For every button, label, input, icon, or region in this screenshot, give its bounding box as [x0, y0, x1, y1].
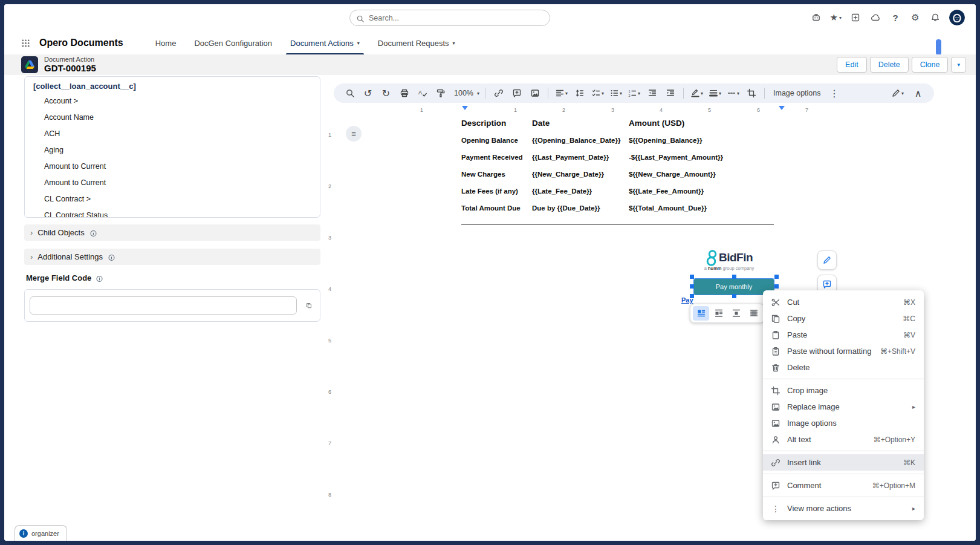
field-item-amount-to-current[interactable]: Amount to Current [33, 158, 320, 175]
paste-without-formatting-icon [770, 347, 781, 356]
left-margin-marker[interactable] [462, 106, 468, 110]
edit-image-button[interactable] [817, 250, 837, 270]
menu-item-label: Image options [787, 419, 915, 428]
tab-home[interactable]: Home [146, 31, 186, 54]
align-button[interactable]: ▾ [553, 85, 570, 101]
menu-item-view-more-actions[interactable]: ⋮View more actions▸ [763, 500, 924, 517]
bulleted-list-button[interactable]: ▾ [607, 85, 625, 101]
merge-field-code-input[interactable] [30, 296, 297, 315]
child-objects-section[interactable]: › Child Objects [24, 224, 320, 241]
notifications-bell-icon[interactable] [929, 11, 941, 24]
increase-indent-button[interactable] [661, 85, 679, 101]
record-actions: EditDeleteClone▾ [837, 57, 966, 73]
image-context-menu: Cut⌘XCopy⌘CPaste⌘VPaste without formatti… [763, 290, 924, 520]
field-item-aging[interactable]: Aging [33, 142, 320, 158]
undo-button[interactable]: ↺ [359, 85, 377, 101]
menu-item-image-options[interactable]: Image options [763, 415, 924, 431]
selection-handle[interactable] [732, 294, 736, 298]
menu-item-delete[interactable]: Delete [763, 359, 924, 376]
app-launcher-waffle-icon[interactable] [21, 39, 30, 48]
editing-mode-button[interactable]: ▾ [889, 85, 906, 101]
menu-item-paste-without-formatting[interactable]: Paste without formatting⌘+Shift+V [763, 343, 924, 359]
border-dash-button[interactable]: ▾ [724, 85, 742, 101]
table-cell: {{Opening_Balance_Date}} [532, 132, 629, 149]
numbered-list-button[interactable]: 12▾ [625, 85, 643, 101]
zoom-select-label: 100% [451, 89, 476, 97]
edit-button[interactable]: Edit [837, 57, 867, 73]
paint-format-button[interactable] [432, 85, 449, 101]
delete-button[interactable]: Delete [870, 57, 909, 73]
add-comment-button[interactable] [508, 85, 525, 101]
insert-link-button[interactable] [490, 85, 507, 101]
menu-item-replace-image[interactable]: Replace image▸ [763, 399, 924, 415]
field-item-account[interactable]: Account > [33, 93, 320, 109]
crop-image-button[interactable] [742, 85, 760, 101]
menu-item-insert-link[interactable]: Insert link⌘K [763, 454, 924, 471]
menu-item-crop-image[interactable]: Crop image [763, 382, 924, 399]
menu-item-alt-text[interactable]: Alt text⌘+Option+Y [763, 431, 924, 448]
field-item-account-name[interactable]: Account Name [33, 109, 320, 126]
page-scrollbar-thumb[interactable] [936, 39, 941, 55]
collapse-toolbar-button[interactable]: ∧ [909, 85, 927, 101]
zoom-select-button[interactable]: 100%▾ [450, 85, 481, 101]
merge-fields-panel: [collect__loan_account__c] Account >Acco… [4, 75, 327, 541]
document-outline-button[interactable]: ≡ [346, 126, 362, 142]
checklist-button[interactable]: ▾ [589, 85, 606, 101]
behind-text-button[interactable] [745, 306, 762, 321]
global-search-input[interactable]: Search... [349, 10, 550, 26]
announcements-cloud-icon[interactable] [869, 11, 881, 24]
menu-item-comment[interactable]: Comment⌘+Option+M [763, 477, 924, 494]
align-icon [555, 88, 565, 98]
additional-settings-section[interactable]: › Additional Settings [24, 249, 320, 265]
wrap-text-icon [714, 308, 724, 318]
menu-item-copy[interactable]: Copy⌘C [763, 310, 924, 327]
wrap-text-button[interactable] [710, 306, 727, 321]
pay-monthly-button-image[interactable]: Pay monthly [694, 279, 774, 295]
spellcheck-button[interactable]: A [414, 85, 431, 101]
insert-image-button[interactable] [526, 85, 544, 101]
in-line-button[interactable] [693, 306, 709, 321]
field-item-amount-to-current[interactable]: Amount to Current [33, 175, 320, 191]
chevron-down-icon: ▾ [901, 91, 904, 96]
tab-label: Document Requests [378, 39, 449, 48]
help-icon[interactable]: ? [889, 11, 901, 24]
print-button[interactable] [395, 85, 413, 101]
image-options-button[interactable]: Image options [769, 85, 825, 101]
assistant-icon[interactable] [810, 11, 822, 24]
decrease-indent-button[interactable] [643, 85, 661, 101]
copy-merge-field-button[interactable] [302, 299, 316, 312]
favorites-button[interactable]: ★ ▾ [830, 11, 842, 24]
menu-item-paste[interactable]: Paste⌘V [763, 327, 924, 343]
field-item-cl-contract[interactable]: CL Contract > [33, 191, 320, 207]
tab-docgen-configuration[interactable]: DocGen Configuration [185, 31, 281, 54]
line-spacing-button[interactable] [571, 85, 588, 101]
user-avatar[interactable] [949, 10, 965, 25]
menu-item-shortcut: ⌘+Option+M [872, 481, 915, 490]
selection-handle[interactable] [690, 275, 694, 279]
svg-text:2: 2 [628, 94, 630, 97]
tab-document-requests[interactable]: Document Requests▾ [369, 31, 464, 54]
selection-handle[interactable] [690, 284, 694, 289]
right-margin-marker[interactable] [779, 106, 785, 110]
decrease-indent-icon [647, 88, 657, 98]
more-options-button[interactable]: ⋮ [826, 85, 843, 101]
tab-document-actions[interactable]: Document Actions▾ [281, 31, 369, 54]
border-weight-button[interactable]: ▾ [706, 85, 724, 101]
organizer-badge[interactable]: i organizer [15, 525, 67, 541]
field-item-cl-contract-status[interactable]: CL Contract Status [33, 207, 320, 218]
clone-button[interactable]: Clone [912, 57, 949, 73]
selection-handle[interactable] [774, 284, 779, 289]
redo-button[interactable]: ↻ [377, 85, 395, 101]
setup-gear-icon[interactable]: ⚙ [909, 11, 921, 24]
search-button[interactable] [341, 85, 359, 101]
selection-handle[interactable] [732, 275, 736, 279]
border-color-button[interactable]: ▾ [688, 85, 706, 101]
field-item-ach[interactable]: ACH [33, 126, 320, 142]
break-text-button[interactable] [728, 306, 744, 321]
selection-handle[interactable] [690, 294, 694, 298]
record-actions-dropdown-button[interactable]: ▾ [951, 57, 966, 73]
menu-item-cut[interactable]: Cut⌘X [763, 294, 924, 310]
alt-text-icon [770, 435, 781, 445]
quick-actions-icon[interactable] [849, 11, 862, 24]
selection-handle[interactable] [774, 275, 779, 279]
